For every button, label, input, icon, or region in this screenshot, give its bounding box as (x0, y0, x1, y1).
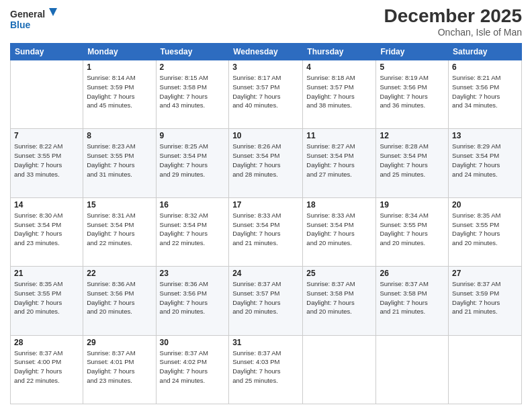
day-cell: 13Sunrise: 8:29 AMSunset: 3:54 PMDayligh… (449, 129, 522, 197)
header-row: SundayMondayTuesdayWednesdayThursdayFrid… (11, 44, 522, 60)
day-info: Sunrise: 8:17 AMSunset: 3:57 PMDaylight:… (232, 73, 299, 110)
day-number: 4 (306, 62, 372, 72)
day-number: 12 (380, 131, 445, 140)
day-cell: 17Sunrise: 8:33 AMSunset: 3:54 PMDayligh… (229, 197, 303, 266)
day-number: 6 (452, 62, 518, 72)
day-number: 7 (14, 131, 79, 140)
col-header-saturday: Saturday (449, 44, 522, 60)
logo-svg: General Blue (10, 7, 57, 34)
day-info: Sunrise: 8:35 AMSunset: 3:55 PMDaylight:… (14, 279, 79, 316)
svg-marker-2 (49, 8, 57, 16)
day-cell: 7Sunrise: 8:22 AMSunset: 3:55 PMDaylight… (11, 129, 83, 197)
day-info: Sunrise: 8:37 AMSunset: 3:57 PMDaylight:… (232, 279, 299, 316)
day-info: Sunrise: 8:26 AMSunset: 3:54 PMDaylight:… (232, 142, 299, 179)
day-cell: 30Sunrise: 8:37 AMSunset: 4:02 PMDayligh… (156, 335, 229, 404)
logo: General Blue (10, 7, 57, 34)
day-number: 3 (232, 62, 299, 72)
day-info: Sunrise: 8:27 AMSunset: 3:54 PMDaylight:… (306, 142, 372, 179)
svg-text:General: General (10, 9, 45, 19)
day-cell: 31Sunrise: 8:37 AMSunset: 4:03 PMDayligh… (229, 335, 303, 404)
day-cell: 2Sunrise: 8:15 AMSunset: 3:58 PMDaylight… (156, 60, 229, 129)
day-cell: 14Sunrise: 8:30 AMSunset: 3:54 PMDayligh… (11, 197, 83, 266)
day-number: 26 (380, 269, 445, 278)
day-cell: 20Sunrise: 8:35 AMSunset: 3:55 PMDayligh… (449, 197, 522, 266)
calendar-table: SundayMondayTuesdayWednesdayThursdayFrid… (10, 43, 522, 404)
month-title: December 2025 (384, 7, 522, 26)
day-cell: 4Sunrise: 8:18 AMSunset: 3:57 PMDaylight… (303, 60, 376, 129)
day-number: 15 (87, 200, 152, 210)
day-number: 21 (14, 269, 79, 278)
day-info: Sunrise: 8:15 AMSunset: 3:58 PMDaylight:… (160, 73, 226, 110)
col-header-wednesday: Wednesday (229, 44, 303, 60)
svg-text:Blue: Blue (10, 19, 31, 30)
day-info: Sunrise: 8:32 AMSunset: 3:54 PMDaylight:… (160, 211, 226, 248)
day-info: Sunrise: 8:22 AMSunset: 3:55 PMDaylight:… (14, 142, 79, 179)
col-header-monday: Monday (83, 44, 156, 60)
day-cell: 8Sunrise: 8:23 AMSunset: 3:55 PMDaylight… (83, 129, 156, 197)
day-info: Sunrise: 8:30 AMSunset: 3:54 PMDaylight:… (14, 211, 79, 248)
day-cell: 25Sunrise: 8:37 AMSunset: 3:58 PMDayligh… (303, 267, 376, 335)
day-cell: 12Sunrise: 8:28 AMSunset: 3:54 PMDayligh… (376, 129, 449, 197)
day-cell: 16Sunrise: 8:32 AMSunset: 3:54 PMDayligh… (156, 197, 229, 266)
col-header-sunday: Sunday (11, 44, 83, 60)
day-info: Sunrise: 8:33 AMSunset: 3:54 PMDaylight:… (232, 211, 299, 248)
day-info: Sunrise: 8:37 AMSunset: 3:58 PMDaylight:… (380, 279, 445, 316)
day-number: 17 (232, 200, 299, 210)
day-info: Sunrise: 8:31 AMSunset: 3:54 PMDaylight:… (87, 211, 152, 248)
day-cell: 15Sunrise: 8:31 AMSunset: 3:54 PMDayligh… (83, 197, 156, 266)
day-number: 24 (232, 269, 299, 278)
col-header-tuesday: Tuesday (156, 44, 229, 60)
day-info: Sunrise: 8:37 AMSunset: 4:02 PMDaylight:… (160, 349, 226, 385)
day-number: 29 (87, 338, 152, 347)
day-cell: 11Sunrise: 8:27 AMSunset: 3:54 PMDayligh… (303, 129, 376, 197)
day-info: Sunrise: 8:14 AMSunset: 3:59 PMDaylight:… (87, 73, 152, 110)
day-number: 30 (160, 338, 226, 347)
day-cell: 22Sunrise: 8:36 AMSunset: 3:56 PMDayligh… (83, 267, 156, 335)
day-cell: 9Sunrise: 8:25 AMSunset: 3:54 PMDaylight… (156, 129, 229, 197)
day-number: 10 (232, 131, 299, 140)
col-header-thursday: Thursday (303, 44, 376, 60)
day-number: 14 (14, 200, 79, 210)
day-info: Sunrise: 8:37 AMSunset: 3:59 PMDaylight:… (452, 279, 518, 316)
day-cell (303, 335, 376, 404)
day-number: 16 (160, 200, 226, 210)
week-row-1: 1Sunrise: 8:14 AMSunset: 3:59 PMDaylight… (11, 60, 522, 129)
day-info: Sunrise: 8:37 AMSunset: 3:58 PMDaylight:… (306, 279, 372, 316)
day-cell: 28Sunrise: 8:37 AMSunset: 4:00 PMDayligh… (11, 335, 83, 404)
day-cell (376, 335, 449, 404)
day-number: 8 (87, 131, 152, 140)
day-number: 13 (452, 131, 518, 140)
day-number: 20 (452, 200, 518, 210)
day-cell: 3Sunrise: 8:17 AMSunset: 3:57 PMDaylight… (229, 60, 303, 129)
day-info: Sunrise: 8:35 AMSunset: 3:55 PMDaylight:… (452, 211, 518, 248)
day-info: Sunrise: 8:19 AMSunset: 3:56 PMDaylight:… (380, 73, 445, 110)
week-row-3: 14Sunrise: 8:30 AMSunset: 3:54 PMDayligh… (11, 197, 522, 266)
day-number: 27 (452, 269, 518, 278)
day-cell: 5Sunrise: 8:19 AMSunset: 3:56 PMDaylight… (376, 60, 449, 129)
day-number: 18 (306, 200, 372, 210)
day-number: 31 (232, 338, 299, 347)
day-cell: 27Sunrise: 8:37 AMSunset: 3:59 PMDayligh… (449, 267, 522, 335)
day-info: Sunrise: 8:25 AMSunset: 3:54 PMDaylight:… (160, 142, 226, 179)
day-info: Sunrise: 8:21 AMSunset: 3:56 PMDaylight:… (452, 73, 518, 110)
day-info: Sunrise: 8:29 AMSunset: 3:54 PMDaylight:… (452, 142, 518, 179)
day-number: 23 (160, 269, 226, 278)
day-cell: 10Sunrise: 8:26 AMSunset: 3:54 PMDayligh… (229, 129, 303, 197)
day-cell (11, 60, 83, 129)
day-number: 22 (87, 269, 152, 278)
day-info: Sunrise: 8:18 AMSunset: 3:57 PMDaylight:… (306, 73, 372, 110)
col-header-friday: Friday (376, 44, 449, 60)
day-info: Sunrise: 8:23 AMSunset: 3:55 PMDaylight:… (87, 142, 152, 179)
location: Onchan, Isle of Man (384, 27, 522, 38)
day-number: 19 (380, 200, 445, 210)
day-info: Sunrise: 8:33 AMSunset: 3:54 PMDaylight:… (306, 211, 372, 248)
page: General Blue December 2025 Onchan, Isle … (0, 0, 532, 411)
week-row-5: 28Sunrise: 8:37 AMSunset: 4:00 PMDayligh… (11, 335, 522, 404)
day-cell: 23Sunrise: 8:36 AMSunset: 3:56 PMDayligh… (156, 267, 229, 335)
day-info: Sunrise: 8:37 AMSunset: 4:03 PMDaylight:… (232, 349, 299, 385)
day-info: Sunrise: 8:34 AMSunset: 3:55 PMDaylight:… (380, 211, 445, 248)
day-info: Sunrise: 8:37 AMSunset: 4:00 PMDaylight:… (14, 349, 79, 385)
day-info: Sunrise: 8:28 AMSunset: 3:54 PMDaylight:… (380, 142, 445, 179)
day-info: Sunrise: 8:37 AMSunset: 4:01 PMDaylight:… (87, 349, 152, 385)
day-info: Sunrise: 8:36 AMSunset: 3:56 PMDaylight:… (160, 279, 226, 316)
